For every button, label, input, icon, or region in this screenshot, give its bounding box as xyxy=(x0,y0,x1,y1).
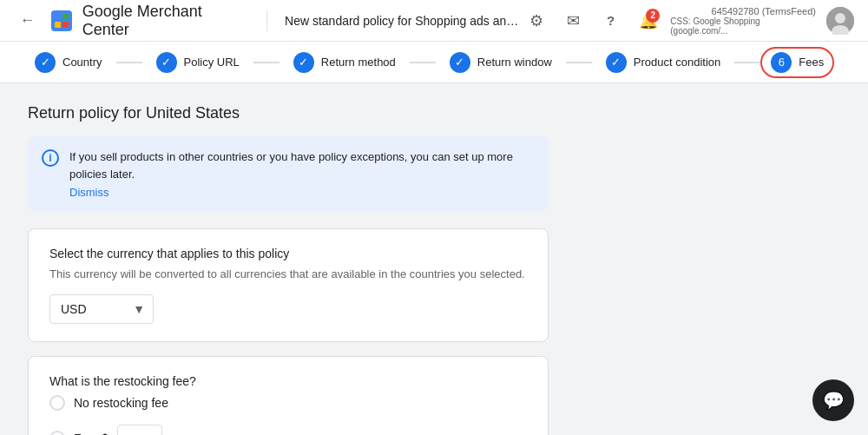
account-section: 645492780 (TermsFeed) CSS: Google Shoppi… xyxy=(670,6,819,36)
currency-card-desc: This currency will be converted to all c… xyxy=(49,267,527,280)
topbar: ← Google Merchant Center New standard po… xyxy=(0,0,868,42)
step-policy-url[interactable]: ✓ Policy URL xyxy=(142,52,253,73)
step-fees-number: 6 xyxy=(779,56,785,69)
step-return-window-check: ✓ xyxy=(450,52,470,73)
help-button[interactable]: ? xyxy=(595,5,626,36)
check-icon: ✓ xyxy=(161,56,171,69)
step-product-condition-check: ✓ xyxy=(606,52,627,73)
info-icon: i xyxy=(42,149,59,167)
radio-no-fee[interactable]: No restocking fee xyxy=(49,395,527,411)
step-policy-url-check: ✓ xyxy=(156,52,177,73)
topbar-right: ⚙ ✉ ? 🔔 2 645492780 (TermsFeed) CSS: Goo… xyxy=(521,5,854,36)
email-icon: ✉ xyxy=(567,11,580,30)
check-icon: ✓ xyxy=(611,56,621,69)
svg-point-5 xyxy=(835,13,845,23)
app-name: Google Merchant Center xyxy=(82,3,249,39)
check-icon: ✓ xyxy=(41,56,50,69)
svg-rect-3 xyxy=(62,22,69,28)
step-return-method-check: ✓ xyxy=(293,52,314,73)
gear-button[interactable]: ⚙ xyxy=(521,5,551,36)
step-fees-label: Fees xyxy=(799,56,824,69)
currency-select-wrapper: USD EUR GBP CAD AUD ▼ xyxy=(49,294,154,324)
svg-rect-0 xyxy=(55,14,61,20)
account-id: 645492780 (TermsFeed) xyxy=(712,6,816,16)
email-button[interactable]: ✉ xyxy=(558,5,589,36)
step-policy-url-label: Policy URL xyxy=(184,56,240,69)
chat-icon: 💬 xyxy=(823,390,845,411)
step-product-condition[interactable]: ✓ Product condition xyxy=(592,52,734,73)
radio-fee-circle[interactable] xyxy=(49,431,65,435)
svg-rect-1 xyxy=(62,14,69,20)
step-return-window[interactable]: ✓ Return window xyxy=(436,52,566,73)
step-country-label: Country xyxy=(62,56,102,69)
radio-no-fee-label: No restocking fee xyxy=(74,396,168,410)
step-return-method-label: Return method xyxy=(321,56,396,69)
step-connector-1 xyxy=(116,62,142,63)
avatar[interactable] xyxy=(826,7,854,35)
topbar-left: ← Google Merchant Center New standard po… xyxy=(14,3,521,39)
currency-select[interactable]: USD EUR GBP CAD AUD xyxy=(49,294,154,324)
svg-rect-2 xyxy=(55,22,61,28)
check-icon: ✓ xyxy=(455,56,464,69)
help-icon: ? xyxy=(607,13,615,28)
currency-card-title: Select the currency that applies to this… xyxy=(49,247,527,260)
check-icon: ✓ xyxy=(299,56,308,69)
restocking-card: What is the restocking fee? No restockin… xyxy=(28,356,549,435)
step-return-window-label: Return window xyxy=(477,56,552,69)
step-country-check: ✓ xyxy=(35,52,56,73)
step-connector-4 xyxy=(566,62,592,63)
step-connector-2 xyxy=(253,62,279,63)
app-icon xyxy=(51,10,71,31)
currency-card: Select the currency that applies to this… xyxy=(28,228,549,342)
radio-group: No restocking fee Fee: $ xyxy=(49,395,527,435)
notification-badge: 2 xyxy=(646,9,660,23)
step-fees[interactable]: 6 Fees xyxy=(760,47,834,78)
step-country[interactable]: ✓ Country xyxy=(21,52,116,73)
topbar-divider xyxy=(266,10,267,31)
info-content: If you sell products in other countries … xyxy=(69,148,535,199)
radio-no-fee-circle[interactable] xyxy=(49,395,65,411)
info-banner: i If you sell products in other countrie… xyxy=(28,136,549,211)
step-connector-5 xyxy=(734,62,760,63)
dismiss-link[interactable]: Dismiss xyxy=(69,186,535,199)
main-content: Return policy for United States i If you… xyxy=(0,83,868,435)
fee-input[interactable] xyxy=(117,425,162,435)
page-title: New standard policy for Shopping ads and… xyxy=(285,14,521,28)
step-return-method[interactable]: ✓ Return method xyxy=(279,52,410,73)
info-text: If you sell products in other countries … xyxy=(69,148,535,182)
gear-icon: ⚙ xyxy=(529,11,543,30)
step-product-condition-label: Product condition xyxy=(634,56,720,69)
section-title: Return policy for United States xyxy=(28,104,840,122)
chat-fab[interactable]: 💬 xyxy=(812,379,854,421)
back-icon: ← xyxy=(20,11,36,30)
restocking-card-title: What is the restocking fee? xyxy=(49,374,527,388)
css-info: CSS: Google Shopping (google.com/... xyxy=(670,16,816,36)
back-button[interactable]: ← xyxy=(14,7,41,35)
notifications-button[interactable]: 🔔 2 xyxy=(633,5,663,36)
stepper: ✓ Country ✓ Policy URL ✓ Return method ✓… xyxy=(0,42,868,83)
step-fees-num: 6 xyxy=(771,52,792,73)
step-connector-3 xyxy=(410,62,436,63)
radio-fee-label: Fee: $ xyxy=(74,432,108,435)
radio-fee[interactable]: Fee: $ xyxy=(49,425,527,435)
